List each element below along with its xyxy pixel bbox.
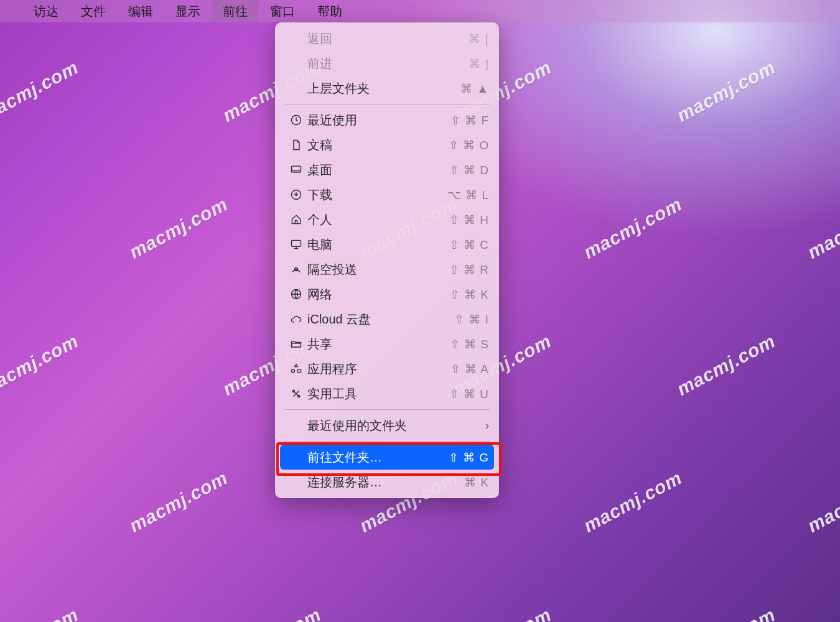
watermark-text: macmj.com xyxy=(673,57,779,126)
computer-icon xyxy=(286,238,306,251)
menu-item-label: 共享 xyxy=(306,336,450,353)
watermark-text: macmj.com xyxy=(580,467,686,537)
menubar-item-3[interactable]: 显示 xyxy=(164,0,212,22)
menu-item-label: 下载 xyxy=(306,187,447,203)
chevron-right-icon: › xyxy=(485,419,489,432)
menu-item[interactable]: 桌面⇧ ⌘ D xyxy=(275,157,499,182)
menu-item-label: 返回 xyxy=(306,30,469,47)
menubar-item-1[interactable]: 文件 xyxy=(70,0,117,22)
menu-item-label: 隔空投送 xyxy=(306,261,449,278)
menu-item[interactable]: 连接服务器…⌘ K xyxy=(275,470,499,494)
menu-item-shortcut: ⇧ ⌘ C xyxy=(449,238,489,252)
cloud-icon xyxy=(286,313,306,325)
menu-item-label: 网络 xyxy=(306,286,450,303)
watermark-text: macmj.com xyxy=(219,604,325,622)
watermark-text: macmj.com xyxy=(580,193,686,263)
watermark-text: macmj.com xyxy=(673,604,779,622)
menu-item-shortcut: ⇧ ⌘ G xyxy=(449,450,489,465)
menu-item-shortcut: ⇧ ⌘ U xyxy=(449,387,489,401)
menu-separator xyxy=(284,409,490,410)
menu-item[interactable]: 个人⇧ ⌘ H xyxy=(275,207,499,232)
menu-item-shortcut: ⇧ ⌘ O xyxy=(449,138,489,152)
desktop: macmj.commacmj.commacmj.commacmj.commacm… xyxy=(0,0,840,622)
menu-item-shortcut: ⌥ ⌘ L xyxy=(447,188,489,202)
menu-separator xyxy=(284,104,490,104)
menubar: 访达文件编辑显示前往窗口帮助 xyxy=(0,0,840,22)
menu-item-label: 应用程序 xyxy=(306,361,450,378)
menu-item-label: 实用工具 xyxy=(306,386,449,402)
watermark-text: macmj.com xyxy=(804,467,840,537)
menu-item[interactable]: 前往文件夹…⇧ ⌘ G xyxy=(280,445,494,470)
menu-item-label: 前进 xyxy=(306,55,469,72)
home-icon xyxy=(286,213,306,226)
watermark-text: macmj.com xyxy=(449,604,555,622)
menu-item-label: iCloud 云盘 xyxy=(306,311,454,328)
menu-item[interactable]: 最近使用的文件夹› xyxy=(275,413,499,438)
menubar-item-5[interactable]: 窗口 xyxy=(259,0,306,22)
svg-rect-3 xyxy=(292,240,301,246)
menu-item: 返回⌘ [ xyxy=(275,26,499,51)
menubar-item-0[interactable]: 访达 xyxy=(22,0,70,22)
download-icon xyxy=(286,188,306,201)
menu-item-shortcut: ⇧ ⌘ D xyxy=(449,163,489,177)
menu-item-label: 连接服务器… xyxy=(306,474,464,491)
menu-item-label: 最近使用 xyxy=(306,112,450,129)
menu-item-shortcut: ⇧ ⌘ S xyxy=(450,337,489,351)
menu-item[interactable]: 应用程序⇧ ⌘ A xyxy=(275,356,499,381)
watermark-text: macmj.com xyxy=(0,330,82,400)
menubar-item-2[interactable]: 编辑 xyxy=(117,0,164,22)
clock-icon xyxy=(286,114,306,126)
menu-item-label: 电脑 xyxy=(306,236,449,253)
menu-item[interactable]: 上层文件夹⌘ ▲ xyxy=(275,76,499,101)
menu-item-label: 个人 xyxy=(306,211,449,228)
menu-item[interactable]: 网络⇧ ⌘ K xyxy=(275,282,499,307)
watermark-text: macmj.com xyxy=(673,330,779,400)
menu-item[interactable]: iCloud 云盘⇧ ⌘ I xyxy=(275,307,499,332)
menubar-item-4[interactable]: 前往 xyxy=(212,0,259,22)
menu-item-label: 最近使用的文件夹 xyxy=(306,417,485,434)
airdrop-icon xyxy=(286,263,306,276)
menu-item-shortcut: ⇧ ⌘ K xyxy=(450,287,489,302)
menu-item-shortcut: ⌘ ▲ xyxy=(460,81,489,96)
menu-item: 前进⌘ ] xyxy=(275,51,499,76)
desktop-icon xyxy=(286,164,306,176)
globe-icon xyxy=(286,288,306,300)
menu-item-shortcut: ⌘ [ xyxy=(469,32,489,46)
menu-item[interactable]: 实用工具⇧ ⌘ U xyxy=(275,381,499,406)
menu-item-shortcut: ⇧ ⌘ F xyxy=(450,113,489,128)
menu-item[interactable]: 最近使用⇧ ⌘ F xyxy=(275,108,499,132)
menu-item-shortcut: ⇧ ⌘ A xyxy=(450,362,489,376)
menu-item[interactable]: 共享⇧ ⌘ S xyxy=(275,332,499,356)
menu-item-label: 前往文件夹… xyxy=(306,449,449,466)
menu-item[interactable]: 电脑⇧ ⌘ C xyxy=(275,232,499,257)
folder-icon xyxy=(286,338,306,350)
watermark-text: macmj.com xyxy=(126,467,231,537)
menubar-item-6[interactable]: 帮助 xyxy=(306,0,353,22)
menu-item-label: 上层文件夹 xyxy=(306,80,460,97)
apps-icon xyxy=(286,363,306,375)
menu-item-shortcut: ⇧ ⌘ I xyxy=(454,312,489,327)
watermark-text: macmj.com xyxy=(126,193,231,263)
menu-item[interactable]: 隔空投送⇧ ⌘ R xyxy=(275,257,499,282)
menu-item-shortcut: ⇧ ⌘ R xyxy=(449,262,489,277)
watermark-text: macmj.com xyxy=(0,57,82,126)
menu-item-shortcut: ⌘ ] xyxy=(469,57,489,71)
menu-item[interactable]: 下载⌥ ⌘ L xyxy=(275,182,499,207)
menu-item-label: 文稿 xyxy=(306,137,449,154)
menu-item-label: 桌面 xyxy=(306,162,449,179)
menu-separator xyxy=(284,441,490,442)
menu-item[interactable]: 文稿⇧ ⌘ O xyxy=(275,132,499,157)
watermark-text: macmj.com xyxy=(0,604,82,622)
menu-item-shortcut: ⇧ ⌘ H xyxy=(449,213,489,227)
watermark-text: macmj.com xyxy=(804,193,840,263)
tools-icon xyxy=(286,388,306,400)
svg-rect-1 xyxy=(292,166,301,172)
menu-item-shortcut: ⌘ K xyxy=(464,475,489,490)
go-menu-dropdown: 返回⌘ [前进⌘ ]上层文件夹⌘ ▲最近使用⇧ ⌘ F文稿⇧ ⌘ O桌面⇧ ⌘ … xyxy=(275,22,499,498)
doc-icon xyxy=(286,139,306,151)
